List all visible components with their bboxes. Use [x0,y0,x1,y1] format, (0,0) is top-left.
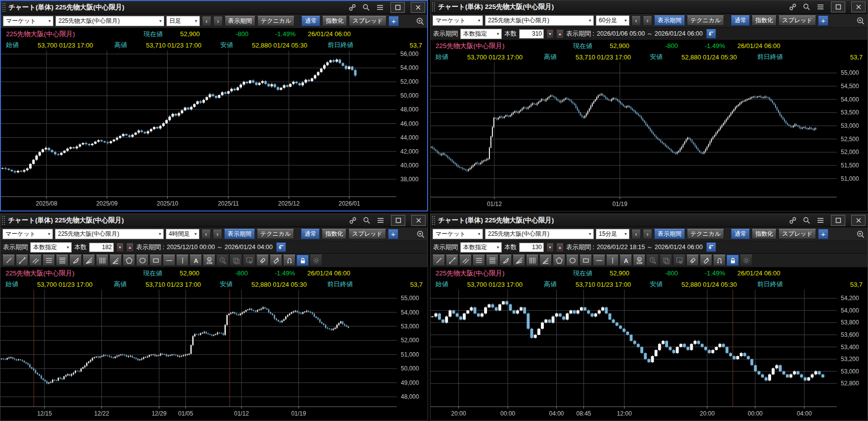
draw-horizontal-lines-4-button[interactable] [486,255,498,266]
market-select[interactable]: マーケット [433,229,483,239]
draw-speed-lines-button[interactable] [539,255,552,266]
draw-rectangle-button[interactable] [579,255,592,266]
technical-button[interactable]: テクニカル [257,229,294,239]
draw-fibonacci-arc-button[interactable] [499,255,512,266]
candlestick-chart[interactable]: 55,00054,00053,00052,00051,00050,00049,0… [0,290,428,421]
market-select[interactable]: マーケット [433,15,483,26]
symbol-select[interactable]: 225先物大阪(中心限月) [485,15,594,26]
draw-horizontal-lines-3-button[interactable] [473,255,485,266]
draw-parallel-lines-button[interactable] [29,255,42,266]
draw-eraser-button[interactable] [256,255,269,266]
normal-mode-button[interactable]: 通常 [731,15,750,26]
spread-button[interactable]: スプレッド [778,229,816,239]
technical-button[interactable]: テクニカル [687,229,724,239]
count-decrement-button[interactable]: ▼ [546,29,554,39]
draw-history-restore-button[interactable] [216,255,229,266]
draw-hand-select-button[interactable] [673,255,685,266]
zoom-in-icon[interactable] [856,16,866,26]
market-select[interactable]: マーケット [2,229,53,239]
maximize-button[interactable] [391,215,405,226]
draw-parallel-lines-button[interactable] [459,255,472,266]
drag-grip[interactable] [432,2,435,12]
bar-count-input[interactable] [519,29,544,39]
draw-icon-stamp-button[interactable]: ICON [633,255,645,266]
prev-button[interactable]: ‹ [631,15,641,26]
chart-area[interactable]: 55,00054,50054,00053,50053,00052,50052,0… [431,62,868,211]
title-bar[interactable]: チャート(単体) 225先物大阪(中心限月) [1,1,427,14]
draw-horizontal-line-button[interactable] [593,255,605,266]
menu-icon[interactable] [376,216,385,225]
draw-magnet-button[interactable] [283,255,295,266]
link-icon[interactable] [348,216,357,225]
display-period-button[interactable]: 表示期間 [654,229,685,239]
draw-fibonacci-fan-button[interactable] [513,255,525,266]
draw-magnet-button[interactable] [713,255,725,266]
title-bar[interactable]: チャート(単体) 225先物大阪(中心限月) [431,0,868,14]
drag-grip[interactable] [2,2,6,12]
symbol-select[interactable]: 225先物大阪(中心限月) [55,16,164,26]
indexize-button[interactable]: 指数化 [322,16,347,26]
draw-settings-button[interactable] [740,255,752,266]
timeframe-select[interactable]: 日足 [166,16,200,26]
draw-vertical-line-button[interactable] [176,255,189,266]
add-chart-button[interactable]: + [388,229,398,239]
draw-vertical-line-button[interactable] [606,255,619,266]
count-increment-button[interactable]: ▲ [556,243,564,252]
search-icon[interactable] [802,2,811,11]
reload-period-button[interactable] [706,242,716,252]
bar-count-input[interactable] [89,243,114,252]
close-button[interactable] [851,1,866,12]
draw-pen-line-button[interactable] [16,255,28,266]
link-icon[interactable] [788,216,797,225]
search-icon[interactable] [802,216,811,225]
draw-trend-line-button[interactable] [433,255,445,266]
symbol-select[interactable]: 225先物大阪(中心限月) [55,229,164,239]
zoom-in-icon[interactable] [415,16,425,26]
display-period-button[interactable]: 表示期間 [654,15,685,26]
next-button[interactable]: › [643,15,652,26]
maximize-button[interactable] [831,215,845,226]
add-chart-button[interactable]: + [818,15,828,26]
candlestick-chart[interactable]: 56,00054,00052,00050,00048,00046,00044,0… [1,51,427,210]
spread-button[interactable]: スプレッド [349,16,386,26]
draw-vertical-grid-lines-button[interactable] [526,255,538,266]
spread-button[interactable]: スプレッド [348,229,386,239]
normal-mode-button[interactable]: 通常 [731,229,750,239]
title-bar[interactable]: チャート(単体) 225先物大阪(中心限月) [0,214,428,227]
technical-button[interactable]: テクニカル [687,15,724,26]
link-icon[interactable] [348,3,357,12]
next-button[interactable]: › [213,16,223,26]
indexize-button[interactable]: 指数化 [752,15,776,26]
timeframe-select[interactable]: 60分足 [596,15,629,26]
count-mode-select[interactable]: 本数指定 [30,242,72,253]
draw-icon-stamp-button[interactable]: ICON [203,255,215,266]
count-decrement-button[interactable]: ▼ [546,243,554,252]
symbol-select[interactable]: 225先物大阪(中心限月) [485,229,594,239]
add-chart-button[interactable]: + [388,16,399,26]
draw-copy-button[interactable] [230,255,242,266]
draw-pentagon-button[interactable] [553,255,565,266]
menu-icon[interactable] [816,216,825,225]
draw-rectangle-button[interactable] [149,255,162,266]
technical-button[interactable]: テクニカル [257,16,294,26]
draw-horizontal-lines-4-button[interactable] [56,255,68,266]
count-increment-button[interactable]: ▲ [126,243,134,252]
chart-area[interactable]: 54,20054,00053,80053,60053,40053,20053,0… [431,290,868,421]
draw-pen-line-button[interactable] [446,255,458,266]
candlestick-chart[interactable]: 55,00054,50054,00053,50053,00052,50052,0… [431,62,868,211]
draw-copy-button[interactable] [660,255,672,266]
close-button[interactable] [851,215,866,226]
count-decrement-button[interactable]: ▼ [116,243,124,252]
draw-eraser-all-button[interactable]: A [270,255,282,266]
search-icon[interactable] [362,216,371,225]
menu-icon[interactable] [376,3,385,12]
count-increment-button[interactable]: ▲ [556,29,564,39]
count-mode-select[interactable]: 本数指定 [460,242,502,253]
reload-period-button[interactable] [706,29,716,39]
draw-settings-button[interactable] [310,255,322,266]
draw-lock-button[interactable] [296,255,309,266]
prev-button[interactable]: ‹ [631,229,641,239]
next-button[interactable]: › [213,229,222,239]
prev-button[interactable]: ‹ [202,16,211,26]
timeframe-select[interactable]: 4時間足 [166,229,199,239]
